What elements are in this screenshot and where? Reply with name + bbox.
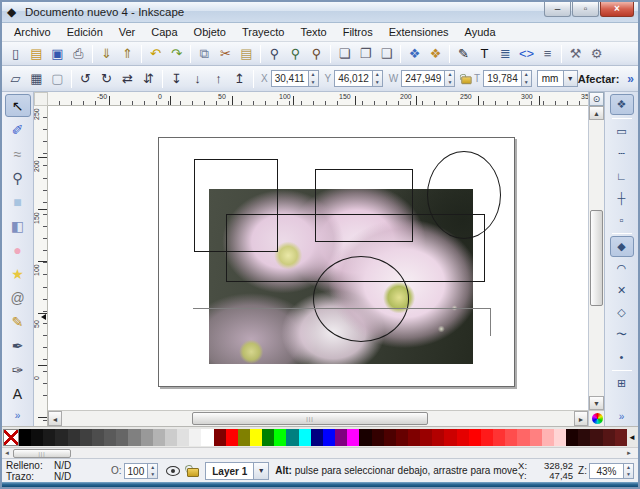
color-swatch[interactable] bbox=[19, 429, 31, 446]
path-line-shape[interactable] bbox=[490, 308, 491, 336]
lower-to-bottom-icon[interactable]: ↧ bbox=[167, 69, 187, 89]
paste-icon[interactable]: ▤ bbox=[237, 44, 257, 64]
color-swatch[interactable] bbox=[554, 429, 566, 446]
color-swatch[interactable] bbox=[578, 429, 590, 446]
menu-edicion[interactable]: Edición bbox=[59, 24, 111, 40]
color-swatch[interactable] bbox=[68, 429, 80, 446]
flip-horizontal-icon[interactable]: ⇄ bbox=[118, 69, 138, 89]
color-swatch[interactable] bbox=[262, 429, 274, 446]
snapbar-overflow[interactable]: » bbox=[619, 411, 625, 422]
color-swatch[interactable] bbox=[80, 429, 92, 446]
color-swatch[interactable] bbox=[31, 429, 43, 446]
cut-icon[interactable]: ✂ bbox=[216, 44, 236, 64]
color-swatch[interactable] bbox=[432, 429, 444, 446]
layer-dropdown-arrow-icon[interactable]: ▼ bbox=[253, 462, 269, 480]
select-all-layers-icon[interactable]: ▦ bbox=[27, 69, 47, 89]
fill-stroke-dialog-icon[interactable]: ✎ bbox=[454, 44, 474, 64]
color-swatch[interactable] bbox=[469, 429, 481, 446]
height-spinner[interactable]: ▲▼ bbox=[521, 70, 532, 87]
horizontal-ruler[interactable]: -50050100150200250300350 bbox=[48, 92, 588, 106]
scroll-right-icon[interactable]: ► bbox=[574, 411, 588, 426]
color-swatch[interactable] bbox=[323, 429, 335, 446]
duplicate-icon[interactable]: ❏ bbox=[335, 44, 355, 64]
layer-visibility-eye-icon[interactable] bbox=[166, 466, 180, 476]
enable-snapping[interactable]: ❖ bbox=[610, 94, 634, 115]
scroll-up-icon[interactable]: ▲ bbox=[589, 106, 604, 120]
raise-to-top-icon[interactable]: ↥ bbox=[230, 69, 250, 89]
color-swatch[interactable] bbox=[517, 429, 529, 446]
color-swatch[interactable] bbox=[408, 429, 420, 446]
restore-button[interactable]: ▫ bbox=[572, 2, 599, 17]
document-properties-icon[interactable]: ⚙ bbox=[587, 44, 607, 64]
print-icon[interactable]: ⎙ bbox=[69, 44, 89, 64]
sticky-zoom-button[interactable]: ⊙ bbox=[589, 92, 604, 106]
layers-dialog-icon[interactable]: ≣ bbox=[496, 44, 516, 64]
color-swatch[interactable] bbox=[335, 429, 347, 446]
palette-scroll-left-icon[interactable]: ◄ bbox=[2, 450, 12, 456]
color-management-toggle[interactable] bbox=[589, 410, 605, 426]
ellipse-shape[interactable] bbox=[427, 151, 501, 239]
color-swatch[interactable] bbox=[396, 429, 408, 446]
rectangle-tool[interactable]: ■ bbox=[5, 190, 31, 213]
color-swatch[interactable] bbox=[359, 429, 371, 446]
snap-path-intersections[interactable]: ✕ bbox=[610, 280, 634, 301]
xml-editor-icon[interactable]: <> bbox=[517, 44, 537, 64]
zoom-spinner[interactable]: ▲▼ bbox=[623, 463, 634, 479]
redo-icon[interactable]: ↷ bbox=[167, 44, 187, 64]
undo-icon[interactable]: ↶ bbox=[146, 44, 166, 64]
color-swatch[interactable] bbox=[238, 429, 250, 446]
color-swatch[interactable] bbox=[603, 429, 615, 446]
snap-paths[interactable]: ◠ bbox=[610, 258, 634, 279]
color-swatch[interactable] bbox=[141, 429, 153, 446]
menu-extensiones[interactable]: Extensiones bbox=[381, 24, 457, 40]
color-swatch[interactable] bbox=[347, 429, 359, 446]
scroll-left-icon[interactable]: ◄ bbox=[48, 411, 62, 426]
color-swatch[interactable] bbox=[444, 429, 456, 446]
text-dialog-icon[interactable]: T bbox=[475, 44, 495, 64]
menu-ver[interactable]: Ver bbox=[111, 24, 144, 40]
color-swatch[interactable] bbox=[542, 429, 554, 446]
color-swatch[interactable] bbox=[153, 429, 165, 446]
color-swatch[interactable] bbox=[299, 429, 311, 446]
canvas[interactable] bbox=[48, 106, 588, 410]
unit-selector[interactable]: mm ▼ bbox=[537, 70, 578, 87]
horizontal-scroll-thumb[interactable]: ||| bbox=[192, 412, 428, 425]
color-swatch[interactable] bbox=[566, 429, 578, 446]
open-document-icon[interactable]: ▤ bbox=[27, 44, 47, 64]
vertical-scroll-thumb[interactable] bbox=[590, 210, 603, 306]
preferences-icon[interactable]: ⚒ bbox=[566, 44, 586, 64]
menu-ayuda[interactable]: Ayuda bbox=[457, 24, 504, 40]
toolbar-overflow-chevron[interactable]: » bbox=[627, 72, 634, 86]
snap-smooth-nodes[interactable]: 〜 bbox=[610, 324, 634, 345]
layer-lock-icon[interactable] bbox=[187, 465, 197, 477]
zoom-drawing-icon[interactable]: ⚲ bbox=[286, 44, 306, 64]
create-clone-icon[interactable]: ❐ bbox=[356, 44, 376, 64]
opacity-spinner[interactable]: ▲▼ bbox=[147, 463, 158, 479]
rotate-ccw-icon[interactable]: ↺ bbox=[76, 69, 96, 89]
tweak-tool[interactable]: ≈ bbox=[5, 142, 31, 165]
color-swatch[interactable] bbox=[250, 429, 262, 446]
color-swatch[interactable] bbox=[481, 429, 493, 446]
color-swatch[interactable] bbox=[177, 429, 189, 446]
palette-scrollbar[interactable]: ◄ ||| ► bbox=[2, 447, 638, 458]
color-swatch[interactable] bbox=[420, 429, 432, 446]
flip-vertical-icon[interactable]: ⇵ bbox=[139, 69, 159, 89]
new-document-icon[interactable]: ▯ bbox=[6, 44, 26, 64]
color-swatch[interactable] bbox=[92, 429, 104, 446]
color-swatch[interactable] bbox=[505, 429, 517, 446]
snap-cusp-nodes[interactable]: ◇ bbox=[610, 302, 634, 323]
menu-objeto[interactable]: Objeto bbox=[186, 24, 234, 40]
opacity-input[interactable]: 100 bbox=[124, 463, 148, 479]
node-editor-tool[interactable]: ✐ bbox=[5, 118, 31, 141]
color-swatch[interactable] bbox=[590, 429, 602, 446]
no-color-swatch[interactable] bbox=[3, 429, 19, 446]
lower-icon[interactable]: ↓ bbox=[188, 69, 208, 89]
color-swatch[interactable] bbox=[286, 429, 298, 446]
palette-more-icon[interactable]: ◄ bbox=[627, 433, 637, 442]
path-line-shape[interactable] bbox=[193, 308, 490, 309]
color-swatch[interactable] bbox=[214, 429, 226, 446]
3d-box-tool[interactable]: ◧ bbox=[5, 214, 31, 237]
select-all-icon[interactable]: ▱ bbox=[6, 69, 26, 89]
snap-object-centers[interactable]: ⊞ bbox=[610, 373, 634, 394]
pencil-tool[interactable]: ✎ bbox=[5, 310, 31, 333]
